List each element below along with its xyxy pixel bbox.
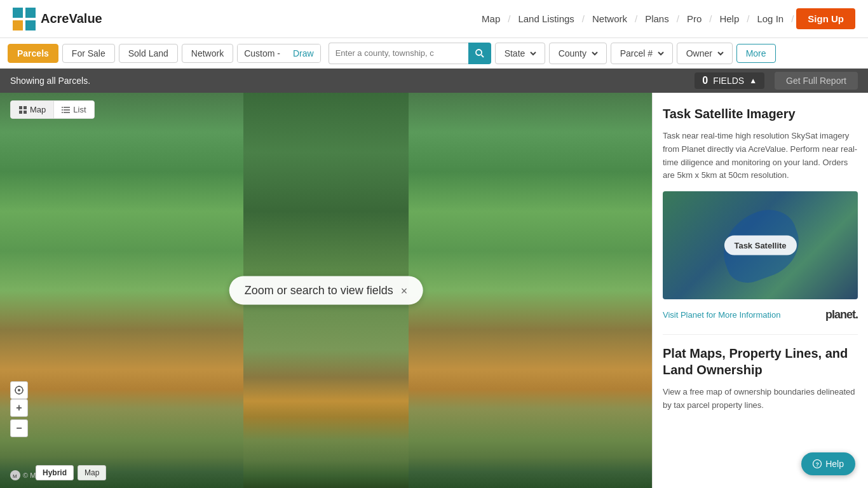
svg-rect-2 bbox=[13, 20, 23, 30]
state-select[interactable]: State bbox=[502, 48, 538, 59]
svg-text:?: ? bbox=[816, 461, 820, 468]
svg-point-14 bbox=[62, 109, 63, 111]
svg-rect-7 bbox=[24, 106, 27, 109]
plat-body-text: View a free map of ownership boundaries … bbox=[663, 386, 858, 412]
view-toggle: Map List bbox=[10, 100, 95, 119]
header: AcreValue Map / Land Listings / Network … bbox=[0, 0, 868, 38]
search-button[interactable] bbox=[468, 43, 491, 64]
custom-label: Custom - bbox=[238, 44, 287, 62]
draw-button[interactable]: Draw bbox=[287, 44, 320, 62]
county-select[interactable]: County bbox=[556, 48, 600, 59]
nav-links: Map / Land Listings / Network / Plans / … bbox=[477, 8, 855, 29]
svg-rect-6 bbox=[19, 106, 22, 109]
parcel-dropdown[interactable]: Parcel # bbox=[611, 43, 673, 64]
map-view-button[interactable]: Map bbox=[11, 101, 53, 118]
list-view-label: List bbox=[73, 105, 86, 114]
zoom-tooltip-text: Zoom or search to view fields bbox=[245, 284, 393, 297]
main-area: Map List Zoom or search to view fields × bbox=[0, 93, 868, 488]
location-icon bbox=[14, 385, 24, 395]
right-panel: Task Satellite Imagery Task near real-ti… bbox=[652, 93, 868, 488]
task-satellite-button[interactable]: Task Satellite bbox=[724, 236, 796, 255]
toolbar: Parcels For Sale Sold Land Network Custo… bbox=[0, 38, 868, 69]
mapbox-icon: M bbox=[10, 470, 20, 480]
search-icon bbox=[475, 48, 485, 58]
svg-line-5 bbox=[481, 55, 484, 57]
plat-section-title: Plat Maps, Property Lines, and Land Owne… bbox=[663, 345, 858, 378]
logo-text: AcreValue bbox=[41, 11, 102, 26]
tab-parcels[interactable]: Parcels bbox=[8, 44, 58, 63]
search-input[interactable] bbox=[329, 43, 468, 64]
owner-dropdown[interactable]: Owner bbox=[677, 43, 733, 64]
map-view-label: Map bbox=[30, 105, 46, 114]
map-type-area: Hybrid Map bbox=[36, 465, 106, 480]
nav-plans[interactable]: Plans bbox=[640, 11, 674, 27]
get-full-report-button[interactable]: Get Full Report bbox=[775, 72, 858, 90]
svg-rect-0 bbox=[13, 8, 23, 18]
svg-rect-9 bbox=[24, 111, 27, 114]
satellite-section-title: Task Satellite Imagery bbox=[663, 105, 858, 122]
map-button[interactable]: Map bbox=[78, 465, 106, 480]
map-container[interactable]: Map List Zoom or search to view fields × bbox=[0, 93, 652, 488]
list-view-button[interactable]: List bbox=[54, 101, 93, 118]
svg-rect-8 bbox=[19, 111, 22, 114]
fields-label: FIELDS bbox=[713, 76, 744, 86]
satellite-preview-image: Task Satellite bbox=[663, 191, 858, 299]
satellite-body-text: Task near real-time high resolution SkyS… bbox=[663, 130, 858, 182]
nav-network[interactable]: Network bbox=[587, 11, 632, 27]
location-button[interactable] bbox=[10, 381, 28, 399]
map-icon bbox=[18, 105, 27, 114]
owner-select[interactable]: Owner bbox=[684, 48, 726, 59]
search-area bbox=[329, 43, 491, 64]
tab-sold-land[interactable]: Sold Land bbox=[119, 44, 178, 63]
planet-logo: planet. bbox=[825, 308, 858, 322]
zoom-tooltip: Zoom or search to view fields × bbox=[229, 276, 423, 305]
state-dropdown[interactable]: State bbox=[495, 43, 545, 64]
fields-chevron-icon: ▲ bbox=[749, 76, 757, 85]
help-icon: ? bbox=[813, 459, 822, 468]
planet-link[interactable]: Visit Planet for More Information bbox=[663, 310, 780, 320]
svg-point-13 bbox=[62, 107, 63, 108]
zoom-in-button[interactable]: + bbox=[10, 399, 28, 417]
hybrid-button[interactable]: Hybrid bbox=[36, 465, 74, 480]
nav-sep-3: / bbox=[635, 13, 637, 24]
nav-sep-7: / bbox=[791, 13, 794, 24]
panel-divider bbox=[663, 334, 858, 335]
tab-for-sale[interactable]: For Sale bbox=[62, 44, 115, 63]
zoom-out-button[interactable]: − bbox=[10, 419, 28, 437]
acrevalue-logo-icon bbox=[13, 8, 36, 30]
status-text: Showing all Parcels. bbox=[10, 76, 90, 86]
zoom-controls: + − bbox=[10, 399, 28, 437]
nav-sep-2: / bbox=[582, 13, 585, 24]
logo-area[interactable]: AcreValue bbox=[13, 8, 102, 30]
svg-text:M: M bbox=[13, 473, 17, 479]
nav-pro[interactable]: Pro bbox=[682, 11, 707, 27]
zoom-tooltip-close[interactable]: × bbox=[401, 285, 408, 296]
status-bar: Showing all Parcels. 0 FIELDS ▲ Get Full… bbox=[0, 69, 868, 93]
svg-point-4 bbox=[476, 50, 482, 55]
planet-row: Visit Planet for More Information planet… bbox=[663, 308, 858, 322]
help-fab-label: Help bbox=[825, 459, 844, 469]
tab-network[interactable]: Network bbox=[182, 44, 233, 63]
list-icon bbox=[62, 105, 71, 114]
svg-rect-3 bbox=[25, 20, 36, 30]
svg-point-17 bbox=[18, 389, 20, 391]
fields-count: 0 bbox=[702, 75, 708, 86]
tab-custom: Custom - Draw bbox=[237, 44, 320, 63]
nav-land-listings[interactable]: Land Listings bbox=[513, 11, 579, 27]
nav-login[interactable]: Log In bbox=[752, 11, 789, 27]
nav-sep-1: / bbox=[508, 13, 510, 24]
nav-sep-5: / bbox=[709, 13, 712, 24]
nav-sep-4: / bbox=[677, 13, 679, 24]
fields-counter: 0 FIELDS ▲ bbox=[695, 72, 764, 89]
parcel-select[interactable]: Parcel # bbox=[618, 48, 666, 59]
more-button[interactable]: More bbox=[736, 44, 776, 63]
nav-help[interactable]: Help bbox=[714, 11, 744, 27]
svg-rect-1 bbox=[25, 8, 36, 18]
svg-point-15 bbox=[62, 112, 63, 113]
nav-map[interactable]: Map bbox=[477, 11, 505, 27]
county-dropdown[interactable]: County bbox=[549, 43, 607, 64]
signup-button[interactable]: Sign Up bbox=[796, 8, 855, 29]
nav-sep-6: / bbox=[747, 13, 749, 24]
help-fab-button[interactable]: ? Help bbox=[801, 452, 855, 475]
